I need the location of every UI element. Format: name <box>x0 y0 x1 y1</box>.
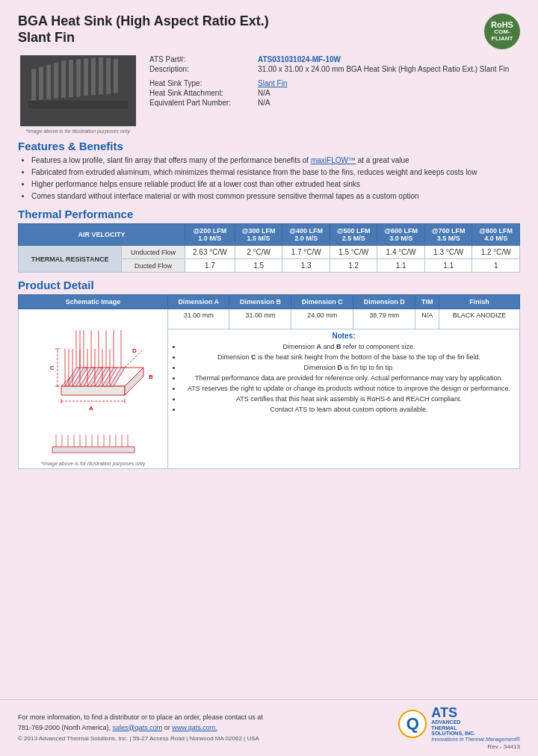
footer-copyright: © 2013 Advanced Thermal Solutions, Inc. … <box>18 735 263 742</box>
specs-block: ATS Part#: ATS031031024-MF-10W Descripti… <box>149 55 520 134</box>
rohs-badge: RoHS COM- PLIANT <box>484 13 520 49</box>
email-link[interactable]: sales@qats.com <box>113 724 163 731</box>
rev-text: Rev - 34413 <box>18 743 520 750</box>
header-row: BGA Heat Sink (High Aspect Ratio Ext.) S… <box>18 13 520 49</box>
unducted-300: 2 °C/W <box>235 246 282 259</box>
ducted-700: 1.1 <box>424 259 472 273</box>
list-item: Dimension D is fin tip to fin tip. <box>182 363 516 372</box>
svg-rect-11 <box>99 57 103 95</box>
svg-text:D: D <box>132 347 137 354</box>
list-item: Thermal performance data are provided fo… <box>182 374 516 382</box>
dim-b-value: 31.00 mm <box>229 309 291 329</box>
list-item: Dimension A and B refer to component siz… <box>182 342 516 351</box>
notes-title: Notes: <box>171 332 516 340</box>
page: BGA Heat Sink (High Aspect Ratio Ext.) S… <box>0 0 538 756</box>
col-dim-a: Dimension A <box>168 295 229 309</box>
tim-value: N/A <box>415 309 439 329</box>
footer-contact: For more information, to find a distribu… <box>18 713 263 742</box>
dim-c-value: 24.00 mm <box>291 309 353 329</box>
ducted-500: 1.2 <box>330 259 377 273</box>
schematic-caption: *Image above is for illustration purpose… <box>22 461 164 466</box>
spec-row-desc: Description: 31.00 x 31.00 x 24.00 mm BG… <box>149 65 520 73</box>
product-detail-title: Product Detail <box>18 279 520 291</box>
unducted-200: 2.63 °C/W <box>185 246 235 259</box>
ducted-600: 1.1 <box>377 259 425 273</box>
thermal-table: AIR VELOCITY @200 LFM1.0 M/S @300 LFM1.5… <box>18 223 520 273</box>
col-400lfm: @400 LFM2.0 M/S <box>282 224 330 246</box>
schematic-cell: A B C D <box>19 309 168 469</box>
features-list: Features a low profile, slant fin array … <box>31 155 520 202</box>
svg-rect-7 <box>69 60 73 98</box>
svg-rect-8 <box>76 59 81 97</box>
ats-logo-area: Q ATS ADVANCED THERMAL SOLUTIONS, INC. I… <box>398 706 520 742</box>
ducted-800: 1 <box>472 259 520 273</box>
list-item: Contact ATS to learn about custom option… <box>182 405 516 414</box>
svg-rect-51 <box>52 447 134 453</box>
svg-rect-5 <box>54 63 58 99</box>
col-dim-b: Dimension B <box>229 295 291 309</box>
attachment-value: N/A <box>258 89 270 97</box>
dim-d-value: 38.79 mm <box>353 309 415 329</box>
spec-row-type: Heat Sink Type: Slant Fin <box>149 79 520 87</box>
ats-q-logo: Q <box>398 710 427 738</box>
unducted-500: 1.5 °C/W <box>330 246 377 259</box>
col-dim-d: Dimension D <box>353 295 415 309</box>
heat-sink-image <box>20 55 136 126</box>
svg-rect-10 <box>91 58 96 96</box>
footer-text: For more information, to find a distribu… <box>18 713 263 733</box>
col-dim-c: Dimension C <box>291 295 353 309</box>
product-image-area: *Image above is for illustration purpose… <box>18 55 137 134</box>
list-item: Fabricated from extruded aluminum, which… <box>31 167 520 178</box>
col-200lfm: @200 LFM1.0 M/S <box>185 224 235 246</box>
ats-text-block: ATS ADVANCED THERMAL SOLUTIONS, INC. Inn… <box>431 706 520 742</box>
col-tim: TIM <box>415 295 439 309</box>
unducted-label: Unducted Flow <box>122 246 185 259</box>
list-item: Dimension C is the heat sink height from… <box>182 353 516 362</box>
list-item: ATS reserves the right to update or chan… <box>182 384 516 393</box>
list-item: Comes standard without interface materia… <box>31 191 520 202</box>
col-600lfm: @600 LFM3.0 M/S <box>377 224 425 246</box>
product-detail-table: Schematic Image Dimension A Dimension B … <box>18 294 520 469</box>
features-title: Features & Benefits <box>18 140 520 152</box>
type-value: Slant Fin <box>258 79 287 87</box>
col-finish: Finish <box>439 295 520 309</box>
col-500lfm: @500 LFM2.5 M/S <box>330 224 377 246</box>
product-info-row: *Image above is for illustration purpose… <box>18 55 520 134</box>
svg-rect-9 <box>84 58 88 96</box>
footer: For more information, to find a distribu… <box>0 699 538 756</box>
list-item: ATS certifies that this heat sink assemb… <box>182 394 516 403</box>
svg-text:B: B <box>149 374 153 380</box>
spec-row-part: ATS Part#: ATS031031024-MF-10W <box>149 55 520 63</box>
svg-text:A: A <box>89 405 93 412</box>
air-velocity-header: AIR VELOCITY <box>19 224 185 246</box>
description: 31.00 x 31.00 x 24.00 mm BGA Heat Sink (… <box>258 65 509 73</box>
ducted-400: 1.3 <box>282 259 330 273</box>
svg-rect-12 <box>106 58 111 94</box>
col-700lfm: @700 LFM3.5 M/S <box>424 224 472 246</box>
svg-rect-3 <box>39 66 43 100</box>
page-title: BGA Heat Sink (High Aspect Ratio Ext.) S… <box>18 13 269 46</box>
ducted-200: 1.7 <box>185 259 235 273</box>
unducted-600: 1.4 °C/W <box>377 246 425 259</box>
thermal-resistance-label: THERMAL RESISTANCE <box>19 246 122 273</box>
ducted-label: Ducted Flow <box>122 259 185 273</box>
unducted-700: 1.3 °C/W <box>424 246 472 259</box>
unducted-800: 1.2 °C/W <box>472 246 520 259</box>
col-800lfm: @800 LFM4.0 M/S <box>472 224 520 246</box>
svg-rect-2 <box>31 69 36 101</box>
notes-list: Dimension A and B refer to component siz… <box>182 342 516 415</box>
finish-value: BLACK ANODIZE <box>439 309 520 329</box>
title-block: BGA Heat Sink (High Aspect Ratio Ext.) S… <box>18 13 269 46</box>
ducted-300: 1.5 <box>235 259 282 273</box>
col-300lfm: @300 LFM1.5 M/S <box>235 224 282 246</box>
list-item: Features a low profile, slant fin array … <box>31 155 520 166</box>
spec-row-attachment: Heat Sink Attachment: N/A <box>149 89 520 97</box>
table-row: A B C D <box>19 309 520 329</box>
svg-marker-15 <box>61 386 125 395</box>
svg-rect-13 <box>114 59 118 94</box>
website-link[interactable]: www.qats.com. <box>172 724 217 731</box>
spec-row-equiv: Equivalent Part Number: N/A <box>149 99 520 107</box>
thermal-section-title: Thermal Performance <box>18 208 520 220</box>
equiv-value: N/A <box>258 99 270 107</box>
svg-text:C: C <box>50 365 55 371</box>
